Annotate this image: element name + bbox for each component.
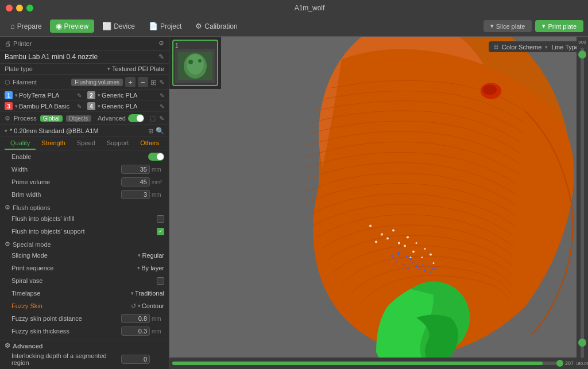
svg-point-26 [407,267,409,269]
tab-support[interactable]: Support [101,137,135,150]
filament-label: Filament [13,79,69,86]
printer-edit-icon[interactable]: ✎ [158,53,164,61]
flush-support-label: Flush into objects' support [11,228,157,235]
filament-number-3: 3 [5,102,13,110]
prepare-button[interactable]: ⌂ Prepare [5,20,48,33]
svg-point-37 [187,54,204,75]
filament-edit-1[interactable]: ✎ [77,92,82,99]
plate-type-label: Plate type [5,65,33,72]
fuzzy-skin-value: Contour [142,302,164,309]
process-copy-icon[interactable]: ⬚ [150,115,156,122]
filament-settings-icon[interactable]: ⊞ [150,78,157,87]
fuzzy-skin-refresh-icon[interactable]: ↺ [131,302,136,310]
flush-infill-value [157,215,164,223]
remove-filament-button[interactable]: − [138,77,148,87]
printer-settings-icon[interactable]: ⚙ [158,40,164,47]
device-button[interactable]: ⬜ Device [96,20,141,33]
filament-number-1: 1 [5,91,13,99]
calibration-label: Calibration [204,22,237,30]
filament-name-3[interactable]: ▾ Bambu PLA Basic [15,103,75,110]
add-filament-button[interactable]: + [125,77,136,87]
print-plate-button[interactable]: ▾ Print plate [535,20,583,32]
close-button[interactable] [6,5,13,11]
maximize-button[interactable] [26,5,33,11]
svg-point-17 [433,262,435,264]
prime-volume-value: mm² [121,177,164,187]
profile-search-icon[interactable]: ⊞ [148,127,153,135]
toggle-knob [137,115,144,122]
printer-name-row[interactable]: Bambu Lab A1 mini 0.4 nozzle ✎ [0,51,169,64]
slider-top-handle[interactable] [578,51,586,59]
tab-others[interactable]: Others [134,137,165,150]
spiral-vase-row: Spiral vase [0,274,169,287]
tab-speed[interactable]: Speed [71,137,101,150]
svg-point-20 [405,256,407,258]
width-input[interactable] [121,165,150,174]
slider-mid-value: 180.09 [575,361,588,366]
enable-toggle[interactable] [148,153,164,161]
svg-point-38 [188,60,193,64]
width-label: Width [11,166,121,173]
filament-name-4[interactable]: ▾ Generic PLA [98,103,157,110]
fuzzy-thickness-input[interactable] [121,327,150,336]
advanced-switch[interactable] [128,114,144,122]
preview-label: Preview [64,22,89,30]
advanced-toggle[interactable]: Advanced [98,114,144,122]
progress-handle[interactable] [556,360,563,367]
global-tag[interactable]: Global [40,115,63,122]
brim-width-input[interactable] [121,190,150,199]
svg-point-23 [403,264,405,266]
slice-label: Slice plate [496,23,525,30]
timelapse-dropdown[interactable]: ▾ Traditional [131,290,164,297]
slider-bottom-handle[interactable] [578,339,586,347]
filament-icon: ⬡ [5,79,10,86]
fuzzy-skin-controls: ↺ ▾ Contour [131,302,164,310]
tab-quality[interactable]: Quality [5,137,36,150]
minimize-button[interactable] [16,5,23,11]
progress-track[interactable] [172,362,562,365]
filament-edit-icon[interactable]: ✎ [159,79,164,86]
color-scheme-label: Color Scheme [502,44,542,51]
filament-name-2[interactable]: ▾ Generic PLA [98,92,157,99]
thumbnail-number: 1 [175,42,215,49]
profile-edit-icon[interactable]: 🔍 [156,127,164,135]
filament-dropdown-1: ▾ [15,92,18,98]
svg-point-11 [412,251,415,253]
left-panel: 🖨 Printer ⚙ Bambu Lab A1 mini 0.4 nozzle… [0,37,169,369]
printer-icon: 🖨 [5,40,11,47]
filament-edit-3[interactable]: ✎ [77,103,82,110]
print-sequence-label: Print sequence [11,265,137,271]
preview-icon: ◉ [56,22,62,30]
filament-name-1[interactable]: ▾ PolyTerra PLA [15,92,75,99]
svg-point-12 [416,242,417,244]
fuzzy-point-input[interactable] [121,314,150,323]
flush-volumes-button[interactable]: Flushing volumes [71,79,123,86]
objects-tag[interactable]: Objects [66,115,91,122]
fuzzy-thickness-label: Fuzzy skin thickness [11,328,121,335]
flush-support-checkbox[interactable]: ✓ [157,228,164,235]
svg-point-34 [483,85,497,95]
process-edit-icon[interactable]: ✎ [159,115,164,122]
print-sequence-value: By layer [141,265,164,271]
filament-edit-4[interactable]: ✎ [160,103,164,110]
calibration-button[interactable]: ⚙ Calibration [189,20,243,33]
slice-plate-button[interactable]: ▾ Slice plate [483,20,532,32]
svg-point-8 [398,242,400,244]
project-button[interactable]: 📄 Project [143,20,187,33]
preview-button[interactable]: ◉ Preview [50,20,95,33]
thumbnail-1[interactable]: 1 [172,40,218,86]
slider-track[interactable] [581,48,584,358]
slicing-mode-dropdown[interactable]: ▾ Regular [138,252,164,259]
flush-infill-checkbox[interactable] [157,215,164,223]
interlocking-input[interactable] [121,355,150,364]
plate-type-value[interactable]: ▾ Textured PEI Plate [107,65,164,72]
spiral-vase-checkbox[interactable] [157,277,164,285]
print-sequence-dropdown[interactable]: ▾ By layer [137,265,164,271]
fuzzy-skin-dropdown[interactable]: ▾ Contour [138,302,164,309]
prime-volume-input[interactable] [121,177,150,187]
filament-edit-2[interactable]: ✎ [160,92,164,99]
fuzzy-thickness-value: mm [121,327,164,336]
width-unit: mm [152,166,164,173]
fuzzy-skin-arrow: ▾ [138,303,141,309]
tab-strength[interactable]: Strength [36,137,71,150]
